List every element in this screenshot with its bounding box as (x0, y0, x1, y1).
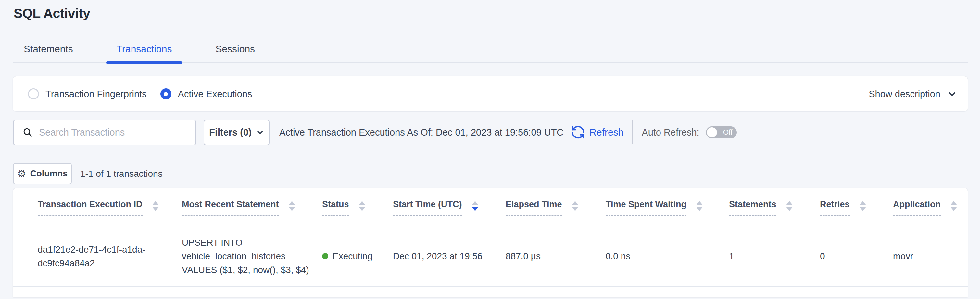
sort-icon[interactable] (152, 201, 159, 211)
cell-status: Executing (322, 226, 393, 287)
transactions-table: Transaction Execution ID Most Recent Sta… (13, 188, 968, 287)
table-row: da1f21e2-de71-4c1f-a1da-dc9fc94a84a2 UPS… (13, 226, 968, 287)
column-header-elapsed-time[interactable]: Elapsed Time (506, 188, 606, 226)
result-count: 1-1 of 1 transactions (80, 169, 163, 179)
cell-application: movr (893, 226, 968, 287)
cell-retries: 0 (820, 226, 893, 287)
as-of-timestamp: Active Transaction Executions As Of: Dec… (279, 127, 563, 138)
radio-label: Active Executions (178, 89, 252, 99)
sort-icon[interactable] (572, 201, 578, 211)
column-header-transaction-execution-id[interactable]: Transaction Execution ID (13, 188, 182, 226)
toggle-state-label: Off (723, 128, 733, 136)
chevron-down-icon (948, 90, 957, 99)
tab-statements[interactable]: Statements (13, 43, 83, 62)
view-mode-card: Transaction Fingerprints Active Executio… (13, 77, 968, 112)
table-toolbar: ⚙ Columns 1-1 of 1 transactions (13, 163, 163, 184)
search-icon (22, 127, 33, 138)
tab-sessions[interactable]: Sessions (205, 43, 265, 62)
column-header-status[interactable]: Status (322, 188, 393, 226)
column-header-time-spent-waiting[interactable]: Time Spent Waiting (606, 188, 729, 226)
cell-time-spent-waiting: 0.0 ns (606, 226, 729, 287)
sort-icon[interactable] (859, 201, 866, 211)
sort-icon[interactable] (289, 201, 295, 211)
column-header-most-recent-statement[interactable]: Most Recent Statement (182, 188, 322, 226)
tab-transactions[interactable]: Transactions (106, 43, 183, 62)
column-header-start-time[interactable]: Start Time (UTC) (393, 188, 506, 226)
refresh-label: Refresh (589, 127, 624, 138)
cell-most-recent-statement[interactable]: UPSERT INTO vehicle_location_histories V… (182, 226, 322, 287)
auto-refresh-toggle[interactable]: Off (706, 126, 737, 138)
show-description-button[interactable]: Show description (869, 89, 957, 99)
status-label: Executing (332, 251, 372, 262)
status-dot-icon (322, 253, 328, 259)
radio-active-executions[interactable]: Active Executions (161, 88, 252, 99)
vertical-divider (632, 120, 633, 144)
page-title: SQL Activity (14, 6, 90, 21)
cell-start-time: Dec 01, 2023 at 19:56 (393, 226, 506, 287)
show-description-label: Show description (869, 89, 940, 99)
columns-button[interactable]: ⚙ Columns (13, 163, 72, 184)
radio-circle-icon (161, 88, 172, 99)
tab-bar: Statements Transactions Sessions (13, 38, 968, 63)
transactions-table-card: Transaction Execution ID Most Recent Sta… (13, 188, 968, 297)
column-header-application[interactable]: Application (893, 188, 968, 226)
refresh-icon (571, 125, 585, 140)
sort-icon[interactable] (472, 201, 478, 211)
filters-label: Filters (0) (209, 127, 251, 138)
radio-transaction-fingerprints[interactable]: Transaction Fingerprints (28, 88, 147, 99)
column-header-retries[interactable]: Retries (820, 188, 893, 226)
controls-row: Filters (0) Active Transaction Execution… (13, 119, 967, 145)
sort-icon[interactable] (696, 201, 703, 211)
cell-statements: 1 (729, 226, 820, 287)
radio-label: Transaction Fingerprints (45, 89, 147, 99)
columns-button-label: Columns (30, 169, 68, 179)
sort-icon[interactable] (359, 201, 365, 211)
column-header-statements[interactable]: Statements (729, 188, 820, 226)
cell-transaction-execution-id[interactable]: da1f21e2-de71-4c1f-a1da-dc9fc94a84a2 (13, 226, 182, 287)
radio-circle-icon (28, 88, 39, 99)
sort-icon[interactable] (950, 201, 957, 211)
refresh-button[interactable]: Refresh (571, 125, 624, 140)
auto-refresh-label: Auto Refresh: (642, 127, 699, 138)
toggle-knob (707, 127, 717, 138)
table-header-row: Transaction Execution ID Most Recent Sta… (13, 188, 968, 226)
gear-icon: ⚙ (17, 169, 26, 179)
cell-elapsed-time: 887.0 µs (506, 226, 606, 287)
search-input[interactable] (39, 127, 188, 138)
chevron-down-icon (256, 128, 264, 136)
sort-icon[interactable] (786, 201, 793, 211)
search-box[interactable] (13, 120, 196, 145)
filters-button[interactable]: Filters (0) (204, 120, 269, 145)
